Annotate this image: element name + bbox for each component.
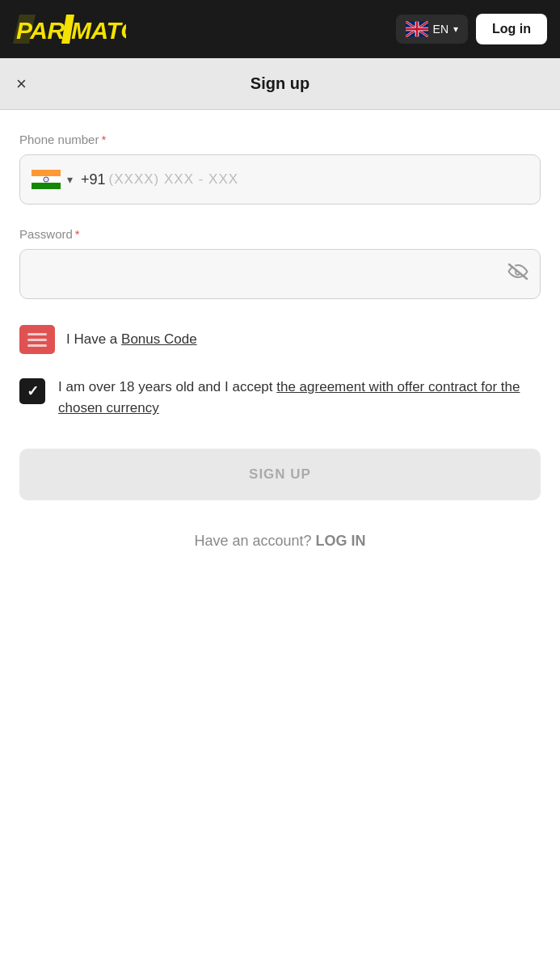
svg-rect-5 [32,170,61,176]
password-label: Password* [19,227,541,241]
phone-input-wrapper[interactable]: ▾ +91 (XXXX) XXX - XXX [19,154,541,205]
signup-title: Sign up [251,74,309,93]
password-required-star: * [75,227,80,241]
india-flag-icon [32,170,61,189]
toggle-password-icon[interactable] [507,263,528,285]
chevron-down-icon: ▾ [453,23,458,35]
phone-required-star: * [101,133,106,146]
password-input-wrapper[interactable] [19,249,541,299]
terms-label: I am over 18 years old and I accept the … [58,377,541,420]
svg-rect-7 [32,183,61,189]
logo-image: PARI MATCH [13,10,126,48]
language-selector[interactable]: EN ▾ [396,15,468,44]
logo: PARI MATCH [13,10,126,48]
nav-right: EN ▾ Log in [396,14,547,44]
phone-label: Phone number* [19,133,541,146]
bonus-code-row[interactable]: I Have a Bonus Code [19,325,541,354]
phone-code: +91 [81,171,106,188]
uk-flag-icon [406,21,428,37]
signup-header-bar: × Sign up [0,58,560,110]
signup-button[interactable]: SIGN UP [19,449,541,500]
close-button[interactable]: × [16,74,27,95]
have-account-section: Have an account? LOG IN [19,533,541,550]
login-button[interactable]: Log in [476,14,547,44]
navbar: PARI MATCH EN ▾ Log in [0,0,560,58]
bonus-text[interactable]: I Have a Bonus Code [66,331,197,348]
main-content: Phone number* ▾ +91 (XXXX) XXX - XXX Pas… [0,110,560,970]
svg-point-9 [46,179,47,180]
terms-checkbox[interactable]: ✓ [19,378,45,404]
country-chevron-icon[interactable]: ▾ [67,173,73,186]
password-input[interactable] [32,266,507,283]
checkmark-icon: ✓ [27,382,39,400]
lang-label: EN [433,23,448,36]
ticket-lines [27,333,47,347]
phone-placeholder: (XXXX) XXX - XXX [109,171,239,188]
login-link[interactable]: LOG IN [316,533,366,549]
terms-checkbox-row[interactable]: ✓ I am over 18 years old and I accept th… [19,377,541,420]
ticket-icon [19,325,55,354]
bonus-code-link[interactable]: Bonus Code [121,331,197,347]
svg-text:MATCH: MATCH [71,17,126,44]
